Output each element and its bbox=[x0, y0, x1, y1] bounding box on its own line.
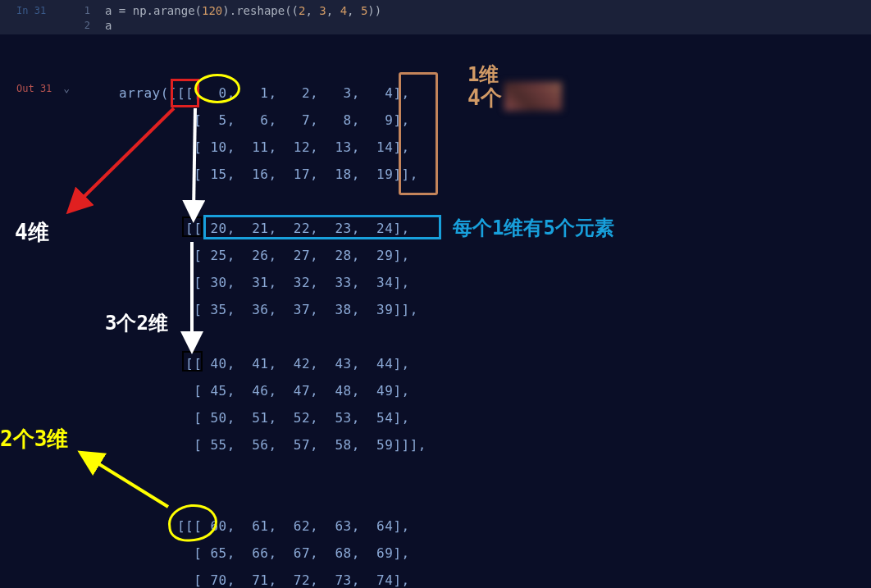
annotation-1d-5elem: 每个1维有5个元素 bbox=[453, 215, 614, 241]
annotation-4d: 4维 bbox=[15, 218, 49, 247]
annotation-3x2d: 3个2维 bbox=[105, 310, 168, 336]
line-number-gutter: 1 2 bbox=[66, 3, 90, 31]
line-number: 2 bbox=[66, 18, 90, 33]
highlight-black-box-2 bbox=[182, 351, 203, 371]
highlight-blue-box bbox=[203, 215, 441, 239]
line-number: 1 bbox=[66, 3, 90, 18]
code-line[interactable]: a bbox=[105, 18, 381, 33]
annotation-4x: 4个 bbox=[467, 84, 502, 112]
chevron-down-icon[interactable]: ⌄ bbox=[63, 81, 70, 96]
code-input-cell: In 31 1 2 a = np.arange(120).reshape((2,… bbox=[0, 0, 871, 34]
highlight-black-box-1 bbox=[182, 217, 203, 237]
out-label-text: Out 31 bbox=[16, 81, 52, 96]
code-content[interactable]: a = np.arange(120).reshape((2, 3, 4, 5))… bbox=[90, 3, 381, 31]
output-prompt-label: Out 31 ⌄ bbox=[0, 71, 78, 588]
highlight-brown-box bbox=[399, 72, 438, 195]
censored-region bbox=[504, 82, 562, 111]
input-prompt-label: In 31 bbox=[0, 3, 66, 31]
code-line[interactable]: a = np.arange(120).reshape((2, 3, 4, 5)) bbox=[105, 3, 381, 18]
highlight-yellow-circle bbox=[194, 74, 240, 103]
annotation-2x3d: 2个3维 bbox=[0, 425, 68, 454]
